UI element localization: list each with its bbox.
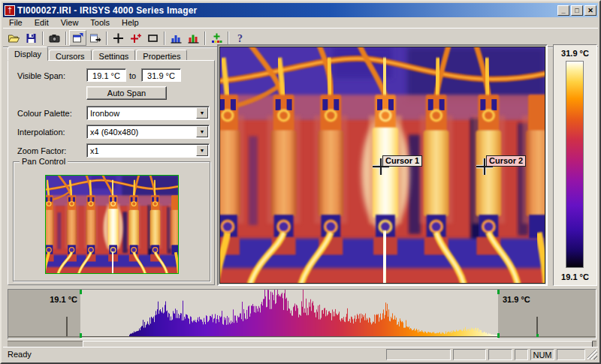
thermal-thumbnail-image <box>46 176 178 273</box>
rectangle-region-icon <box>146 32 159 44</box>
menu-bar: File Edit View Tools Help <box>3 17 598 29</box>
red-green-histogram-icon <box>187 32 200 44</box>
span-joiner-label: to <box>129 71 136 80</box>
close-button[interactable]: ✕ <box>584 5 596 16</box>
help-button[interactable]: ? <box>231 30 249 46</box>
resize-grip-icon[interactable] <box>587 350 597 359</box>
status-message: Ready <box>3 350 386 359</box>
app-window: † TI000027.IRI - IRISYS 4000 Series Imag… <box>0 0 601 364</box>
temperature-scale-bar: 31.9 °C 19.1 °C <box>553 44 597 286</box>
toolbar-separator <box>106 32 107 45</box>
toolbar-separator <box>65 32 67 45</box>
num-lock-indicator: NUM <box>530 349 554 360</box>
camera-icon <box>48 32 61 44</box>
status-bar: Ready NUM <box>3 347 598 361</box>
red-cursor-icon <box>129 32 142 44</box>
colour-palette-label: Colour Palette: <box>17 109 72 118</box>
maximize-button[interactable]: □ <box>571 5 583 16</box>
region-tool-button[interactable] <box>144 30 162 46</box>
help-question-icon: ? <box>234 32 246 44</box>
cursor-2-label[interactable]: Cursor 2 <box>486 155 526 167</box>
toolbar-separator <box>204 32 206 45</box>
menu-view[interactable]: View <box>55 17 85 28</box>
camera-button[interactable] <box>46 30 63 46</box>
status-cell <box>557 349 585 360</box>
histogram-button[interactable] <box>168 30 185 46</box>
status-cell <box>515 349 528 360</box>
menu-file[interactable]: File <box>3 17 29 28</box>
copy-image-button[interactable] <box>86 30 104 46</box>
app-icon: † <box>5 5 15 16</box>
pan-control-label: Pan Control <box>20 157 68 166</box>
pan-control-thumbnail[interactable] <box>45 175 179 274</box>
open-folder-icon <box>8 32 20 44</box>
properties-button[interactable] <box>69 30 86 46</box>
zoom-factor-label: Zoom Factor: <box>17 146 66 155</box>
span-min-input[interactable]: 19.1 °C <box>86 68 126 82</box>
chevron-down-icon[interactable]: ▼ <box>196 145 208 156</box>
status-cell <box>386 349 451 360</box>
profile-button[interactable] <box>185 30 202 46</box>
histogram-span-max-label: 31.9 °C <box>503 295 530 304</box>
toolbar-separator <box>164 32 165 45</box>
toolbar-separator <box>42 32 44 45</box>
zoom-factor-select[interactable]: x1 ▼ <box>86 143 210 158</box>
visible-span-label: Visible Span: <box>17 71 65 80</box>
export-image-icon <box>89 32 101 44</box>
isotherm-cross-icon <box>210 32 223 44</box>
toolbar-separator <box>228 32 229 45</box>
chevron-down-icon[interactable]: ▼ <box>196 107 208 119</box>
zoom-factor-value: x1 <box>87 146 195 155</box>
scale-max-label: 31.9 °C <box>554 49 596 58</box>
status-cell <box>453 349 486 360</box>
status-cell <box>488 349 512 360</box>
menu-help[interactable]: Help <box>116 17 145 28</box>
cursor-1-label[interactable]: Cursor 1 <box>382 155 422 167</box>
tab-display[interactable]: Display <box>8 47 48 61</box>
isotherm-button[interactable] <box>208 30 225 46</box>
display-tab-page: Visible Span: 19.1 °C to 31.9 °C Auto Sp… <box>8 60 215 285</box>
histogram-span-min-label: 19.1 °C <box>31 295 77 304</box>
temperature-histogram[interactable]: 19.1 °C 31.9 °C <box>8 289 596 339</box>
window-title: TI000027.IRI - IRISYS 4000 Series Imager <box>17 5 556 16</box>
interpolation-select[interactable]: x4 (640x480) ▼ <box>86 125 210 139</box>
interpolation-label: Interpolation: <box>17 128 65 137</box>
menu-tools[interactable]: Tools <box>84 17 116 28</box>
blue-histogram-icon <box>170 32 183 44</box>
scale-min-label: 19.1 °C <box>554 272 596 281</box>
colour-palette-select[interactable]: Ironbow ▼ <box>86 106 210 120</box>
span-max-input[interactable]: 31.9 °C <box>141 68 181 82</box>
save-button[interactable] <box>23 30 40 46</box>
crosshair-icon <box>112 32 125 44</box>
chevron-down-icon[interactable]: ▼ <box>196 126 208 137</box>
left-tab-strip: Display Cursors Settings Properties <box>8 47 188 61</box>
colour-palette-value: Ironbow <box>87 109 195 118</box>
save-floppy-icon <box>25 32 38 44</box>
interpolation-value: x4 (640x480) <box>87 128 195 137</box>
svg-text:?: ? <box>237 33 243 44</box>
thermal-image-view[interactable]: Cursor 1 Cursor 2 <box>217 44 548 286</box>
menu-edit[interactable]: Edit <box>29 17 55 28</box>
pan-control-group: Pan Control <box>13 161 210 281</box>
open-file-button[interactable] <box>5 30 23 46</box>
crosshair-tool-button[interactable] <box>110 30 127 46</box>
add-cursor-button[interactable] <box>127 30 144 46</box>
title-bar[interactable]: † TI000027.IRI - IRISYS 4000 Series Imag… <box>3 3 598 17</box>
auto-span-button[interactable]: Auto Span <box>86 86 167 100</box>
palette-gradient <box>566 61 584 268</box>
properties-icon <box>71 32 84 44</box>
minimize-button[interactable]: _ <box>557 5 569 16</box>
